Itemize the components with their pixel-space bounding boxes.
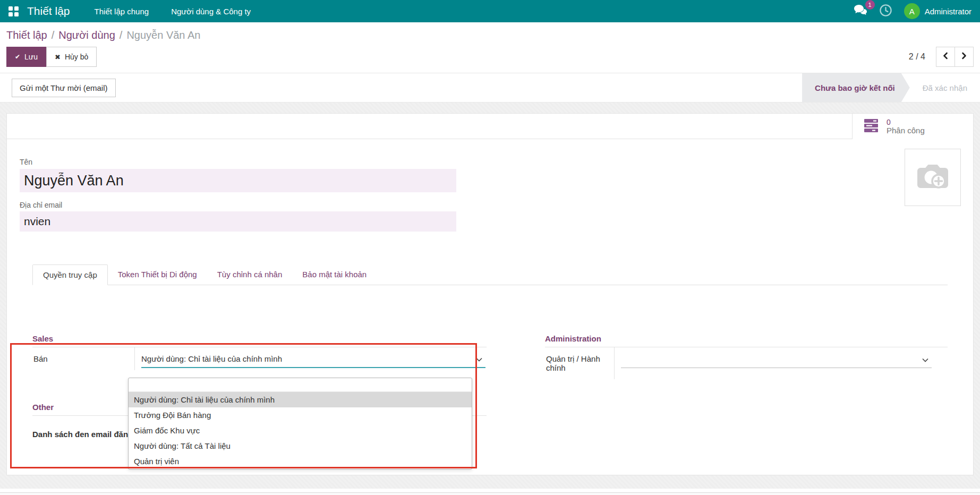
footer-strip — [0, 492, 980, 495]
save-button[interactable]: ✔ Lưu — [6, 47, 46, 67]
user-menu[interactable]: A Administrator — [904, 3, 972, 19]
button-row: ✔ Lưu ✖ Hủy bỏ 2 / 4 — [6, 47, 974, 67]
breadcrumb-settings[interactable]: Thiết lập — [6, 29, 47, 41]
nav-menu-general-settings[interactable]: Thiết lập chung — [95, 7, 149, 16]
notebook-tabs: Quyền truy cập Token Thiết bị Di động Tù… — [32, 264, 948, 285]
administration-section: Administration Quản trị / Hành chính — [545, 334, 948, 379]
stat-label: Phân công — [887, 126, 925, 135]
statusbar-row: Gửi một Thư mời (email) Chưa bao giờ kết… — [0, 73, 980, 103]
sales-field-label: Bán — [32, 347, 135, 370]
messages-button[interactable]: 1 — [854, 4, 867, 18]
breadcrumb: Thiết lập/Người dùng/Nguyễn Văn An — [6, 29, 974, 41]
chevron-right-icon — [961, 52, 967, 62]
email-blacklist-label: Danh sách đen email đăng — [32, 430, 142, 439]
x-icon: ✖ — [55, 53, 61, 61]
chat-bubbles-icon — [854, 8, 867, 18]
chevron-down-icon — [476, 354, 482, 363]
clock-icon — [879, 10, 892, 19]
page-background: 0 Phân công Tên Địa chỉ email — [0, 103, 980, 489]
activities-button[interactable] — [879, 4, 892, 19]
email-field-label: Địa chỉ email — [20, 201, 960, 209]
dropdown-option-administrator[interactable]: Quản trị viên — [129, 454, 472, 469]
tab-account-security[interactable]: Bảo mật tài khoản — [292, 264, 377, 285]
dropdown-option-regional-manager[interactable]: Giám đốc Khu vực — [129, 423, 472, 438]
chevron-down-icon — [922, 355, 928, 364]
chevron-left-icon — [942, 52, 949, 62]
nav-menu-users-companies[interactable]: Người dùng & Công ty — [171, 7, 251, 16]
breadcrumb-users[interactable]: Người dùng — [58, 29, 115, 41]
sales-permission-select[interactable]: Người dùng: Chỉ tài liệu của chính mình — [141, 354, 485, 368]
breadcrumb-separator: / — [120, 29, 123, 41]
sales-section: Sales Bán Người dùng: Chỉ tài liệu của c… — [32, 334, 487, 379]
status-confirmed[interactable]: Đã xác nhận — [910, 73, 980, 102]
profile-image-placeholder[interactable] — [905, 149, 961, 206]
dropdown-option-blank[interactable] — [129, 378, 472, 392]
breadcrumb-current-record: Nguyễn Văn An — [126, 29, 200, 41]
sheet-button-box: 0 Phân công — [7, 114, 973, 139]
tab-access-rights[interactable]: Quyền truy cập — [32, 264, 108, 285]
camera-plus-icon — [914, 160, 952, 194]
send-invitation-button[interactable]: Gửi một Thư mời (email) — [12, 79, 116, 97]
dropdown-option-team-leader[interactable]: Trưởng Đội Bán hàng — [129, 407, 472, 423]
sales-section-title: Sales — [32, 334, 487, 347]
dropdown-option-own-documents[interactable]: Người dùng: Chỉ tài liệu của chính mình — [129, 392, 472, 407]
pager-value: 2 / 4 — [909, 52, 925, 62]
pager: 2 / 4 — [909, 47, 974, 67]
breadcrumb-separator: / — [52, 29, 55, 41]
status-never-connected[interactable]: Chưa bao giờ kết nối — [802, 73, 910, 102]
stat-value: 0 — [887, 118, 925, 126]
email-input[interactable] — [20, 211, 456, 232]
name-field-label: Tên — [20, 158, 32, 166]
dropdown-option-all-documents[interactable]: Người dùng: Tất cả Tài liệu — [129, 438, 472, 454]
app-title[interactable]: Thiết lập — [27, 5, 70, 18]
sales-permission-dropdown: Người dùng: Chỉ tài liệu của chính mình … — [128, 378, 472, 470]
administration-field-label: Quản trị / Hành chính — [545, 347, 615, 379]
form-sheet: 0 Phân công Tên Địa chỉ email — [6, 113, 974, 475]
messages-badge: 1 — [865, 0, 875, 10]
pager-next-button[interactable] — [955, 47, 974, 67]
pager-previous-button[interactable] — [936, 47, 955, 67]
user-name: Administrator — [925, 7, 972, 16]
administration-permission-select[interactable] — [621, 354, 932, 368]
tasks-icon — [863, 117, 879, 135]
control-panel: Thiết lập/Người dùng/Nguyễn Văn An ✔ Lưu… — [0, 22, 980, 67]
discard-button[interactable]: ✖ Hủy bỏ — [46, 47, 97, 67]
name-input[interactable] — [20, 169, 456, 192]
administration-section-title: Administration — [545, 334, 948, 347]
statusbar: Chưa bao giờ kết nối Đã xác nhận — [802, 73, 980, 102]
assignments-stat-button[interactable]: 0 Phân công — [852, 114, 973, 139]
tab-mobile-token[interactable]: Token Thiết bị Di động — [108, 264, 207, 285]
check-icon: ✔ — [15, 53, 20, 61]
apps-menu-icon[interactable] — [8, 6, 19, 16]
top-navbar: Thiết lập Thiết lập chung Người dùng & C… — [0, 0, 980, 22]
user-avatar: A — [904, 3, 920, 19]
tab-preferences[interactable]: Tùy chỉnh cá nhân — [207, 264, 293, 285]
